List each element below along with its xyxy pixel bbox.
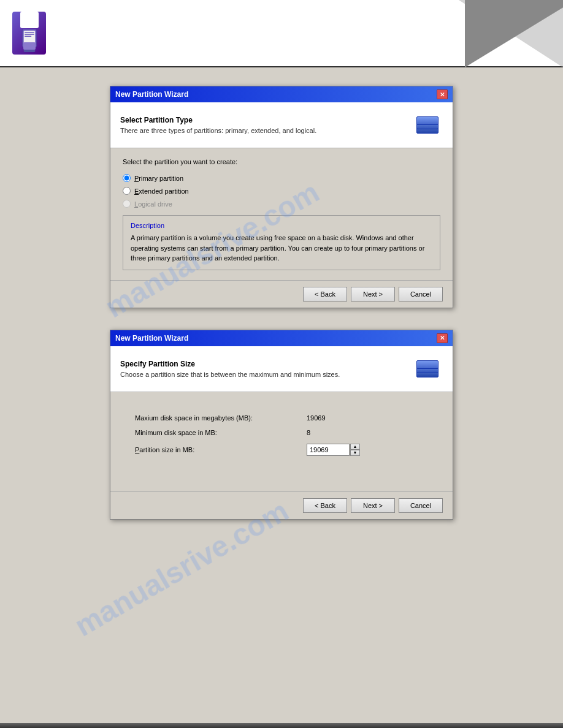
underline-p: P [134,175,139,182]
partition-size-input-container: ▲ ▼ [307,444,360,456]
radio-logical-label: Logical drive [134,200,172,208]
radio-extended-label: Extended partition [134,188,189,195]
dialog2-header-text: Specify Partition Size Choose a partitio… [120,360,340,378]
radio-extended[interactable] [123,187,131,195]
page-header [0,0,563,67]
underline-e: E [134,188,139,195]
dialog1-header-text: Select Partition Type There are three ty… [120,116,316,134]
dialog1-subtext: There are three types of partitions: pri… [120,127,316,134]
dialog2-heading: Specify Partition Size [120,360,340,368]
dialog2-back-button[interactable]: < Back [303,498,347,513]
header-logo [12,12,46,55]
spin-buttons: ▲ ▼ [350,444,360,456]
dialog1-footer: < Back Next > Cancel [110,280,453,308]
dialog1-cancel-button[interactable]: Cancel [399,287,443,301]
max-disk-value: 19069 [307,414,326,422]
underline-l: L [134,200,138,208]
dialog2-body: Maxium disk space in megabytes (MB): 190… [110,392,453,491]
icon2-layer-3 [416,360,439,369]
dialog1-close-button[interactable]: ✕ [437,89,448,99]
dialog2-close-button[interactable]: ✕ [437,333,448,343]
dialog1-next-button[interactable]: Next > [351,287,395,301]
dialog2-icon [412,354,443,384]
icon-layer-3 [416,116,439,125]
radio-logical [123,200,131,208]
partition-size-stack-icon [415,357,440,381]
dialog1-body: Select the partition you want to create:… [110,148,453,280]
description-title: Description [131,222,432,229]
max-disk-row: Maxium disk space in megabytes (MB): 190… [135,414,428,422]
header-diagonal [440,0,563,67]
dialog-partition-type: New Partition Wizard ✕ Select Partition … [110,86,453,308]
svg-rect-5 [23,48,35,52]
description-box: Description A primary partition is a vol… [123,215,440,270]
svg-rect-3 [25,34,34,36]
spin-up-button[interactable]: ▲ [350,444,360,450]
dialog2-header: Specify Partition Size Choose a partitio… [110,346,453,392]
size-fields: Maxium disk space in megabytes (MB): 190… [123,402,440,482]
dialog2-subtext: Choose a partition size that is between … [120,371,340,378]
radio-item-logical: Logical drive [123,200,440,208]
dialog1-heading: Select Partition Type [120,116,316,124]
min-disk-value: 8 [307,429,310,436]
spin-down-button[interactable]: ▼ [350,450,360,456]
radio-item-primary: Primary partition [123,174,440,182]
page-footer [0,723,563,728]
dialog1-icon [412,110,443,140]
dialog1-back-button[interactable]: < Back [303,287,347,301]
dialog2-cancel-button[interactable]: Cancel [399,498,443,513]
partition-stack-icon [415,113,440,137]
partition-size-row: Partition size in MB: ▲ ▼ [135,444,428,456]
max-disk-label: Maxium disk space in megabytes (MB): [135,414,307,422]
page-content: New Partition Wizard ✕ Select Partition … [0,67,563,559]
partition-size-input[interactable] [307,444,350,456]
min-disk-label: Minimum disk space in MB: [135,429,307,436]
dialog2-title: New Partition Wizard [115,334,188,343]
partition-size-label: Partition size in MB: [135,446,307,453]
svg-rect-4 [25,36,31,37]
min-disk-row: Minimum disk space in MB: 8 [135,429,428,436]
dialog1-titlebar: New Partition Wizard ✕ [110,86,453,102]
svg-rect-2 [25,32,34,33]
dialog1-prompt: Select the partition you want to create: [123,158,440,165]
svg-marker-6 [459,0,563,67]
radio-primary-label: Primary partition [134,175,183,182]
dialog-partition-size: New Partition Wizard ✕ Specify Partition… [110,330,453,520]
radio-primary[interactable] [123,174,131,182]
description-text: A primary partition is a volume you crea… [131,233,432,264]
dialog2-titlebar: New Partition Wizard ✕ [110,330,453,346]
dialog2-next-button[interactable]: Next > [351,498,395,513]
dialog2-footer: < Back Next > Cancel [110,491,453,519]
underline-p2: P [135,446,139,453]
dialog1-radio-group: Primary partition Extended partition Log… [123,174,440,208]
dialog1-title: New Partition Wizard [115,90,188,99]
dialog1-header: Select Partition Type There are three ty… [110,102,453,148]
radio-item-extended: Extended partition [123,187,440,195]
